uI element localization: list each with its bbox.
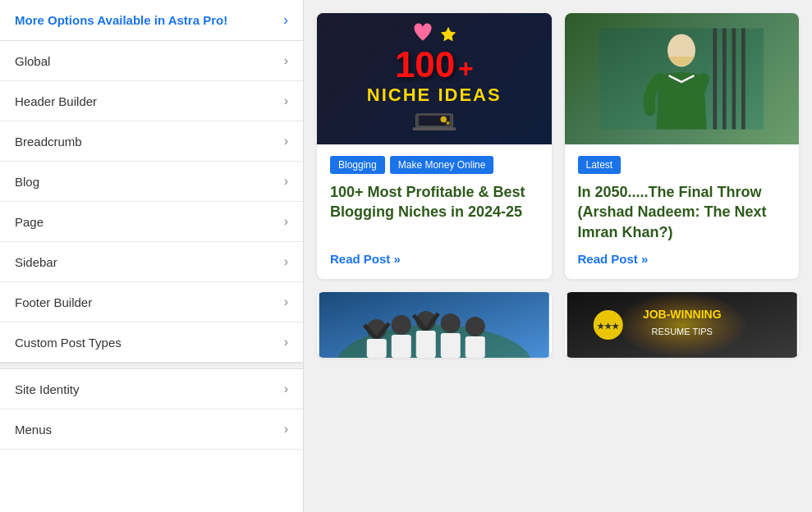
tag-latest[interactable]: Latest xyxy=(578,156,622,174)
sidebar-item-label: Menus xyxy=(15,423,52,437)
post-card-body-1: Blogging Make Money Online 100+ Most Pro… xyxy=(317,144,552,279)
chevron-right-icon: › xyxy=(284,134,288,149)
svg-rect-7 xyxy=(713,28,718,129)
svg-rect-27 xyxy=(466,336,485,358)
post-card-1: 100 + NICHE IDEAS xyxy=(317,13,552,279)
svg-rect-23 xyxy=(367,339,387,358)
post-card-image-2 xyxy=(565,13,800,144)
svg-rect-9 xyxy=(732,28,736,129)
read-post-link-2[interactable]: Read Post » xyxy=(578,252,787,266)
post-card-4-partial: JOB-WINNING RESUME TIPS ★★★ xyxy=(565,292,800,358)
niche-100-label: 100 xyxy=(395,44,455,85)
laptop-icon xyxy=(410,111,459,135)
sidebar-item-blog[interactable]: Blog › xyxy=(0,162,303,202)
sidebar-item-page[interactable]: Page › xyxy=(0,202,303,242)
sidebar-item-label: Header Builder xyxy=(15,94,97,108)
sidebar-item-custom-post-types[interactable]: Custom Post Types › xyxy=(0,322,303,363)
chevron-right-icon: › xyxy=(284,295,288,309)
resume-image: JOB-WINNING RESUME TIPS ★★★ xyxy=(565,292,800,358)
tag-make-money[interactable]: Make Money Online xyxy=(390,156,494,174)
niche-ideas-label: NICHE IDEAS xyxy=(367,85,502,106)
svg-text:JOB-WINNING: JOB-WINNING xyxy=(642,308,721,321)
sidebar-item-label: Sidebar xyxy=(15,255,57,269)
sidebar-promo-arrow-icon: › xyxy=(283,11,288,29)
chevron-right-icon: › xyxy=(284,335,288,350)
sidebar-item-label: Site Identity xyxy=(15,382,79,396)
sidebar-item-header-builder[interactable]: Header Builder › xyxy=(0,81,303,121)
tag-blogging[interactable]: Blogging xyxy=(330,156,385,174)
svg-rect-10 xyxy=(741,28,745,129)
post-card-image-1: 100 + NICHE IDEAS xyxy=(317,13,552,144)
sidebar-item-label: Breadcrumb xyxy=(15,135,82,149)
svg-rect-8 xyxy=(723,28,727,129)
sidebar-item-label: Custom Post Types xyxy=(15,336,122,350)
chevron-right-icon: › xyxy=(284,53,288,68)
post-title-1: 100+ Most Profitable & Best Blogging Nic… xyxy=(330,182,539,222)
read-post-link-1[interactable]: Read Post » xyxy=(330,252,539,266)
post-card-3-partial xyxy=(317,292,552,358)
sidebar-item-label: Blog xyxy=(15,175,39,189)
post-card-body-2: Latest In 2050.....The Final Throw (Arsh… xyxy=(565,144,800,279)
sidebar-promo[interactable]: More Options Available in Astra Pro! › xyxy=(0,0,303,41)
heart-icon xyxy=(411,21,434,43)
sidebar-item-footer-builder[interactable]: Footer Builder › xyxy=(0,282,303,322)
sidebar-divider xyxy=(0,363,303,369)
svg-rect-26 xyxy=(441,333,461,358)
post-tags-2: Latest xyxy=(578,156,787,174)
svg-marker-0 xyxy=(441,26,456,40)
cricket-player-svg xyxy=(599,13,764,144)
chevron-right-icon: › xyxy=(284,214,288,229)
svg-point-29 xyxy=(616,292,747,358)
sidebar-item-label: Footer Builder xyxy=(15,295,92,309)
chevron-right-icon: › xyxy=(284,254,288,269)
post-card-2: Latest In 2050.....The Final Throw (Arsh… xyxy=(565,13,800,279)
sidebar-item-site-identity[interactable]: Site Identity › xyxy=(0,369,303,409)
sidebar-item-breadcrumb[interactable]: Breadcrumb › xyxy=(0,121,303,162)
sidebar-item-sidebar[interactable]: Sidebar › xyxy=(0,242,303,282)
svg-rect-25 xyxy=(416,331,436,358)
sidebar-promo-label: More Options Available in Astra Pro! xyxy=(15,13,227,27)
post-title-2: In 2050.....The Final Throw (Arshad Nade… xyxy=(578,182,787,242)
svg-point-18 xyxy=(466,317,485,336)
sidebar-item-label: Global xyxy=(15,54,50,68)
cricket-team-image xyxy=(317,292,552,358)
svg-point-17 xyxy=(441,313,461,333)
sidebar-item-global[interactable]: Global › xyxy=(0,41,303,81)
post-tags-1: Blogging Make Money Online xyxy=(330,156,539,174)
chevron-right-icon: › xyxy=(284,422,288,437)
svg-point-4 xyxy=(440,116,447,122)
sidebar: More Options Available in Astra Pro! › G… xyxy=(0,0,304,512)
svg-rect-3 xyxy=(412,127,456,130)
sidebar-item-menus[interactable]: Menus › xyxy=(0,409,303,450)
chevron-right-icon: › xyxy=(284,174,288,189)
main-content: 100 + NICHE IDEAS xyxy=(304,0,812,512)
niche-graphic: 100 + NICHE IDEAS xyxy=(317,13,552,144)
chevron-right-icon: › xyxy=(284,94,288,108)
niche-plus-label: + xyxy=(458,53,474,83)
svg-point-15 xyxy=(392,315,411,335)
sidebar-item-label: Page xyxy=(15,215,44,229)
svg-text:★★★: ★★★ xyxy=(597,322,620,331)
svg-point-5 xyxy=(446,121,450,125)
chevron-right-icon: › xyxy=(284,382,288,396)
svg-text:RESUME TIPS: RESUME TIPS xyxy=(651,327,712,336)
star-icon xyxy=(439,25,457,43)
svg-rect-24 xyxy=(392,335,411,358)
